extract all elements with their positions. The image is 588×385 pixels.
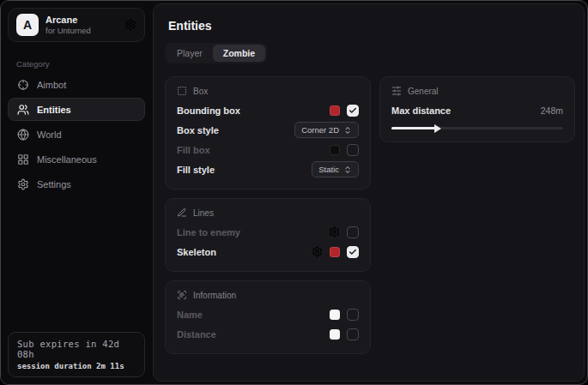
fill-style-row: Fill style Static — [177, 159, 359, 179]
sliders-icon — [391, 86, 402, 96]
sidebar-item-label: Miscellaneous — [37, 154, 97, 165]
line-to-enemy-row: Line to enemy — [177, 222, 359, 242]
lines-card: Lines Line to enemy Skeleton — [165, 198, 371, 272]
lines-card-title: Lines — [193, 208, 214, 218]
distance-color-swatch[interactable] — [330, 329, 340, 340]
sub-expiry-text: Sub expires in 42d 08h — [17, 339, 136, 359]
box-style-row: Box style Corner 2D — [177, 120, 359, 140]
sidebar-item-label: World — [37, 129, 62, 140]
scan-text-icon — [177, 290, 187, 300]
max-distance-slider[interactable] — [391, 123, 563, 132]
brand-gear-icon[interactable] — [124, 19, 136, 31]
app-title: Arcane — [45, 15, 91, 26]
app-subtitle: for Unturned — [45, 26, 91, 36]
category-label: Category — [16, 59, 152, 69]
subscription-info-box: Sub expires in 42d 08h session duration … — [8, 332, 145, 377]
lines-card-header: Lines — [177, 208, 359, 218]
distance-row: Distance — [177, 324, 359, 344]
brand-card: A Arcane for Unturned — [8, 8, 145, 42]
max-distance-row: Max distance 248m — [391, 100, 563, 120]
bounding-box-color-swatch[interactable] — [330, 105, 340, 116]
fill-style-dropdown[interactable]: Static — [312, 161, 359, 177]
name-color-swatch[interactable] — [330, 310, 340, 320]
sidebar-item-miscellaneous[interactable]: Miscellaneous — [8, 147, 145, 171]
bounding-box-row: Bounding box — [177, 100, 359, 120]
name-label: Name — [177, 310, 203, 320]
skeleton-row: Skeleton — [177, 242, 359, 262]
left-column: Box Bounding box Box style Cor — [165, 76, 371, 354]
distance-label: Distance — [177, 329, 216, 340]
fill-box-checkbox[interactable] — [347, 144, 359, 156]
line-to-enemy-label: Line to enemy — [177, 227, 240, 238]
box-style-dropdown[interactable]: Corner 2D — [294, 122, 359, 138]
crosshair-icon — [17, 79, 29, 91]
users-icon — [17, 104, 29, 116]
skeleton-gear-icon[interactable] — [312, 246, 323, 257]
right-column: General Max distance 248m — [379, 76, 575, 142]
grid-icon — [17, 153, 29, 165]
fill-box-color-swatch[interactable] — [330, 145, 340, 155]
sidebar-item-world[interactable]: World — [8, 123, 145, 146]
skeleton-color-swatch[interactable] — [330, 247, 340, 257]
fill-box-label: Fill box — [177, 145, 210, 155]
sidebar-item-label: Settings — [37, 179, 71, 189]
check-icon — [349, 248, 357, 256]
brand-text: Arcane for Unturned — [45, 15, 91, 36]
sidebar: A Arcane for Unturned Category Aimbot En… — [1, 1, 152, 384]
gear-icon — [17, 178, 29, 190]
bounding-box-label: Bounding box — [177, 105, 240, 116]
sidebar-item-aimbot[interactable]: Aimbot — [8, 73, 145, 96]
name-checkbox[interactable] — [347, 309, 359, 321]
skeleton-checkbox[interactable] — [347, 246, 359, 258]
information-card: Information Name Distance — [165, 280, 371, 354]
name-row: Name — [177, 304, 359, 324]
general-card: General Max distance 248m — [379, 76, 575, 142]
fill-box-row: Fill box — [177, 140, 359, 159]
line-to-enemy-gear-icon[interactable] — [329, 226, 340, 238]
sidebar-nav: Aimbot Entities World Miscellaneous Sett… — [1, 73, 152, 196]
check-icon — [349, 106, 357, 115]
information-card-header: Information — [177, 290, 359, 300]
general-card-title: General — [408, 87, 439, 96]
general-card-header: General — [391, 86, 563, 96]
box-style-value: Corner 2D — [301, 125, 339, 135]
chevrons-up-down-icon — [343, 165, 352, 174]
page-title: Entities — [168, 19, 575, 33]
app-window: A Arcane for Unturned Category Aimbot En… — [0, 0, 588, 385]
tab-player[interactable]: Player — [167, 45, 213, 62]
settings-content: Box Bounding box Box style Cor — [165, 76, 575, 354]
bounding-box-checkbox[interactable] — [347, 105, 359, 117]
tab-zombie[interactable]: Zombie — [213, 45, 265, 62]
box-select-icon — [177, 86, 187, 96]
fill-style-value: Static — [318, 165, 339, 174]
sidebar-item-settings[interactable]: Settings — [8, 172, 145, 196]
max-distance-label: Max distance — [391, 105, 451, 116]
box-card-header: Box — [177, 86, 359, 96]
sidebar-item-entities[interactable]: Entities — [8, 98, 145, 121]
globe-icon — [17, 129, 29, 141]
entity-tabs: Player Zombie — [165, 43, 267, 63]
slider-fill — [391, 127, 436, 129]
slider-thumb[interactable] — [434, 124, 441, 133]
chevrons-up-down-icon — [343, 126, 352, 135]
line-to-enemy-checkbox[interactable] — [347, 226, 359, 238]
main-panel: Entities Player Zombie Box Bounding box — [153, 3, 585, 382]
pencil-line-icon — [177, 208, 187, 218]
sidebar-item-label: Aimbot — [37, 80, 66, 90]
fill-style-label: Fill style — [177, 165, 215, 175]
box-card-title: Box — [193, 87, 208, 96]
app-logo: A — [16, 14, 39, 36]
box-style-label: Box style — [177, 125, 219, 135]
session-duration-text: session duration 2m 11s — [17, 362, 136, 370]
skeleton-label: Skeleton — [177, 247, 216, 257]
box-card: Box Bounding box Box style Cor — [165, 76, 371, 189]
distance-checkbox[interactable] — [347, 328, 359, 340]
sidebar-item-label: Entities — [37, 105, 71, 115]
information-card-title: Information — [193, 291, 236, 300]
max-distance-value: 248m — [541, 105, 563, 116]
